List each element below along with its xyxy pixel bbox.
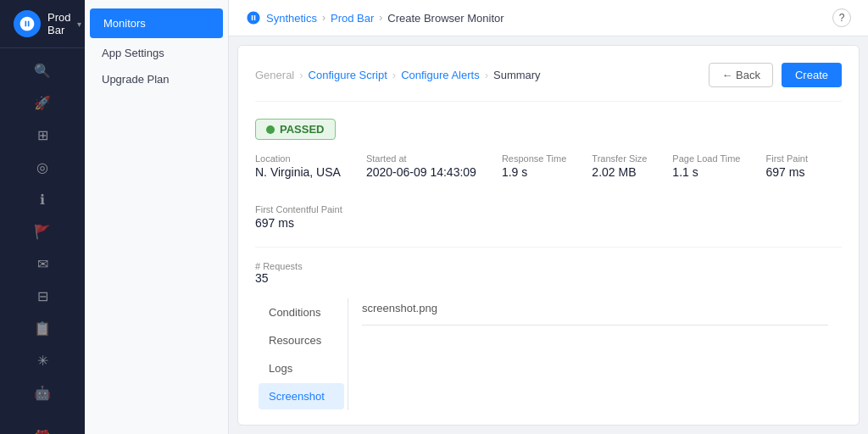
topbar: Synthetics › Prod Bar › Create Browser M…	[229, 0, 868, 36]
sidebar: Prod Bar ▾ 🔍 🚀 ⊞ ◎ ℹ 🚩 ✉ ⊟ 📋 ✳ 🤖 🎁 📢 ❓ ✉…	[0, 0, 85, 434]
tab-conditions[interactable]: Conditions	[259, 299, 344, 326]
flag-icon[interactable]: 🚩	[25, 216, 59, 247]
tab-sidebar: Conditions Resources Logs Screenshot	[255, 298, 348, 410]
metric-started-value: 2020-06-09 14:43:09	[366, 165, 476, 179]
main-content: Synthetics › Prod Bar › Create Browser M…	[229, 0, 868, 434]
metric-response-time: Response Time 1.9 s	[502, 153, 566, 179]
screenshot-divider	[362, 325, 828, 326]
nav-app-settings[interactable]: App Settings	[85, 40, 228, 66]
info-icon[interactable]: ℹ	[25, 184, 59, 214]
bc-configure-alerts[interactable]: Configure Alerts	[401, 69, 480, 81]
status-label: PASSED	[280, 123, 325, 136]
tab-resources[interactable]: Resources	[259, 327, 344, 353]
metric-started-label: Started at	[366, 153, 476, 164]
report-icon[interactable]: 📋	[25, 313, 59, 343]
scan-icon[interactable]: ✳	[25, 345, 59, 376]
left-nav: Monitors App Settings Upgrade Plan	[85, 0, 229, 434]
grid-icon[interactable]: ⊞	[25, 120, 59, 150]
metric-page-load-value: 1.1 s	[672, 165, 740, 179]
monitor-icon[interactable]: ⊟	[25, 281, 59, 311]
nav-monitors[interactable]: Monitors	[90, 8, 223, 38]
requests-value: 35	[255, 271, 842, 285]
status-badge: PASSED	[255, 119, 336, 140]
metric-location-value: N. Virginia, USA	[255, 165, 341, 179]
metric-location-label: Location	[255, 153, 341, 164]
screenshot-filename: screenshot.png	[362, 298, 828, 318]
sidebar-nav-icons: 🔍 🚀 ⊞ ◎ ℹ 🚩 ✉ ⊟ 📋 ✳ 🤖	[0, 48, 85, 415]
metric-first-paint-value: 697 ms	[765, 165, 808, 179]
nav-upgrade-plan[interactable]: Upgrade Plan	[85, 66, 228, 92]
breadcrumb: General › Configure Script › Configure A…	[255, 63, 842, 102]
bc-sep2: ›	[392, 69, 396, 81]
bc-sep3: ›	[485, 69, 488, 81]
metric-first-contentful: First Contentful Paint 697 ms	[255, 204, 342, 230]
create-button[interactable]: Create	[782, 63, 842, 87]
logo-icon	[14, 10, 41, 37]
help-button[interactable]: ?	[832, 8, 851, 27]
metric-started: Started at 2020-06-09 14:43:09	[366, 153, 476, 179]
rocket-icon[interactable]: 🚀	[25, 87, 59, 118]
metric-page-load: Page Load Time 1.1 s	[672, 153, 740, 179]
mail-icon[interactable]: ✉	[25, 248, 59, 279]
sidebar-bottom: 🎁 📢 ❓ ✉ 👥 ⚙ 🔌	[25, 415, 59, 434]
metric-first-contentful-value: 697 ms	[255, 216, 342, 230]
target-icon[interactable]: ◎	[25, 152, 59, 182]
robot-icon[interactable]: 🤖	[25, 377, 59, 408]
metric-first-contentful-label: First Contentful Paint	[255, 204, 342, 214]
content-card: General › Configure Script › Configure A…	[237, 45, 860, 426]
topbar-sep1: ›	[322, 12, 326, 24]
metric-page-load-label: Page Load Time	[672, 153, 740, 164]
status-dot	[266, 125, 275, 134]
requests-label: # Requests	[255, 261, 842, 271]
metrics-grid: Location N. Virginia, USA Started at 202…	[255, 153, 842, 248]
metric-transfer-label: Transfer Size	[592, 153, 647, 164]
bc-actions: ← Back Create	[709, 63, 842, 87]
sidebar-title: Prod Bar	[47, 11, 70, 36]
requests-row: # Requests 35	[255, 261, 842, 285]
sidebar-arrow-icon: ▾	[77, 19, 81, 29]
topbar-title: Create Browser Monitor	[387, 12, 504, 25]
sidebar-logo[interactable]: Prod Bar ▾	[0, 0, 85, 48]
tab-logs[interactable]: Logs	[259, 355, 344, 381]
metric-location: Location N. Virginia, USA	[255, 153, 341, 179]
metric-response-value: 1.9 s	[502, 165, 566, 179]
metric-transfer-value: 2.02 MB	[592, 165, 647, 179]
bc-summary: Summary	[493, 69, 541, 81]
metric-transfer-size: Transfer Size 2.02 MB	[592, 153, 647, 179]
bc-sep1: ›	[299, 69, 303, 81]
tabs-section: Conditions Resources Logs Screenshot scr…	[255, 298, 842, 410]
synthetics-icon	[246, 10, 261, 25]
topbar-sep2: ›	[379, 12, 382, 24]
bc-configure-script[interactable]: Configure Script	[309, 69, 387, 81]
gift-icon[interactable]: 🎁	[25, 421, 59, 434]
back-button[interactable]: ← Back	[709, 63, 773, 87]
breadcrumb-synthetics[interactable]: Synthetics	[266, 12, 317, 25]
breadcrumb-prodbar[interactable]: Prod Bar	[331, 12, 374, 25]
search-icon[interactable]: 🔍	[25, 55, 59, 86]
metric-first-paint: First Paint 697 ms	[765, 153, 808, 179]
tab-screenshot[interactable]: Screenshot	[259, 383, 344, 409]
bc-general: General	[255, 69, 294, 81]
metric-first-paint-label: First Paint	[765, 153, 808, 164]
metric-response-label: Response Time	[502, 153, 566, 164]
tab-content-area: screenshot.png	[348, 298, 842, 410]
